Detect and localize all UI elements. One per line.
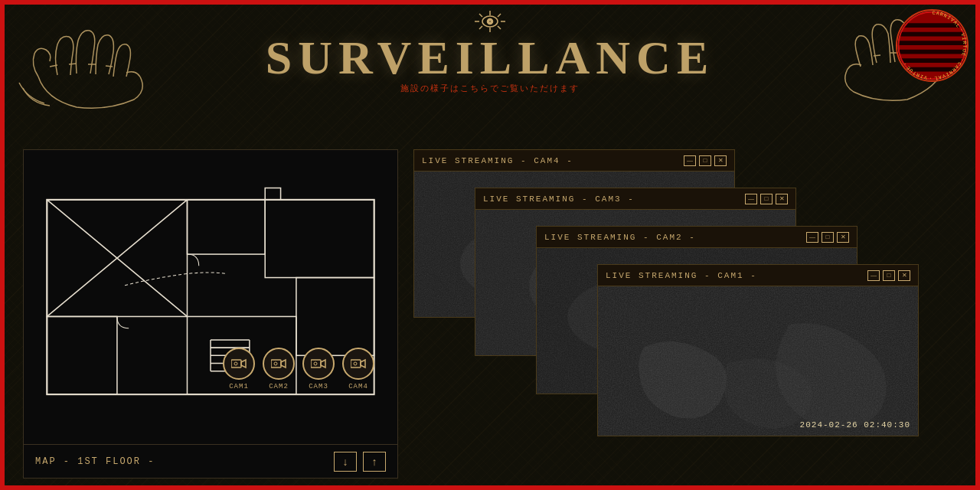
cam3-minimize[interactable]: —: [745, 194, 757, 204]
cam3-close[interactable]: ✕: [776, 194, 788, 204]
svg-rect-45: [231, 360, 241, 368]
svg-rect-51: [351, 360, 361, 368]
svg-line-22: [479, 26, 482, 29]
cam4-label: CAM4: [348, 383, 368, 390]
map-nav-up[interactable]: ↑: [363, 452, 386, 472]
main-content: CAM1 CAM2: [23, 149, 957, 479]
page-subtitle: 施設の様子はこちらでご覧いただけます: [400, 83, 580, 94]
map-panel: CAM1 CAM2: [23, 149, 398, 479]
cam4-maximize[interactable]: □: [699, 155, 711, 166]
cam2-minimize[interactable]: —: [806, 232, 818, 243]
cam1-controls: — □ ✕: [867, 270, 910, 281]
svg-rect-47: [271, 360, 281, 368]
cam4-minimize[interactable]: —: [684, 155, 696, 166]
svg-line-20: [498, 26, 501, 29]
map-content: CAM1 CAM2: [24, 150, 397, 444]
cam1-minimize[interactable]: —: [867, 270, 880, 281]
map-nav-down[interactable]: ↓: [334, 452, 357, 472]
cam1-button[interactable]: CAM1: [223, 348, 255, 390]
svg-rect-49: [311, 360, 321, 368]
cam4-titlebar: LIVE STREAMING - CAM4 - — □ ✕: [414, 150, 734, 172]
floor-plan-svg: [31, 158, 390, 436]
cam2-title: LIVE STREAMING - CAM2 -: [544, 233, 696, 242]
cam3-titlebar: LIVE STREAMING - CAM3 - — □ ✕: [475, 188, 795, 210]
cam3-maximize[interactable]: □: [760, 194, 773, 204]
cam2-button[interactable]: CAM2: [263, 348, 295, 390]
cam-buttons-group: CAM1 CAM2: [223, 348, 374, 390]
cam3-controls: — □ ✕: [745, 194, 788, 204]
cam4-close[interactable]: ✕: [714, 155, 727, 166]
cam1-title: LIVE STREAMING - CAM1 -: [606, 271, 757, 280]
svg-rect-65: [598, 286, 918, 436]
map-floor-label: MAP - 1ST FLOOR -: [35, 456, 155, 467]
cam4-controls: — □ ✕: [684, 155, 727, 166]
cam2-controls: — □ ✕: [806, 232, 849, 243]
cam2-close[interactable]: ✕: [837, 232, 849, 243]
svg-point-50: [314, 362, 317, 365]
cam1-maximize[interactable]: □: [883, 270, 895, 281]
cam4-title: LIVE STREAMING - CAM4 -: [422, 156, 573, 165]
header: SURVEILLANCE 施設の様子はこちらでご覧いただけます: [0, 9, 980, 94]
cam4-button[interactable]: CAM4: [342, 348, 374, 390]
cam1-close[interactable]: ✕: [898, 270, 910, 281]
cam3-button[interactable]: CAM3: [302, 348, 335, 390]
cam1-titlebar: LIVE STREAMING - CAM1 - — □ ✕: [598, 265, 918, 286]
map-footer: MAP - 1ST FLOOR - ↓ ↑: [24, 444, 397, 478]
svg-point-48: [274, 362, 277, 365]
cam4-icon: [342, 348, 374, 380]
cams-panel: LIVE STREAMING - CAM4 - — □ ✕: [413, 149, 957, 479]
cam2-label: CAM2: [269, 383, 289, 390]
cam1-window: LIVE STREAMING - CAM1 - — □ ✕: [597, 264, 919, 436]
svg-point-27: [489, 21, 492, 23]
cam2-titlebar: LIVE STREAMING - CAM2 - — □ ✕: [537, 227, 857, 248]
svg-line-18: [498, 14, 501, 17]
cam1-label: CAM1: [229, 383, 249, 390]
cam2-icon: [263, 348, 295, 380]
eye-icon: [472, 9, 508, 34]
cam1-icon: [223, 348, 255, 380]
cam3-icon: [302, 348, 335, 380]
svg-point-46: [234, 362, 237, 365]
map-nav-buttons: ↓ ↑: [334, 452, 386, 472]
page-title: SURVEILLANCE: [266, 34, 715, 81]
svg-point-52: [354, 362, 357, 365]
svg-line-24: [479, 14, 482, 17]
cam2-maximize[interactable]: □: [822, 232, 834, 243]
badge-circle: CARNIVAL・VIRTUE・CARNIVAL・VIRTUE・: [896, 9, 969, 82]
cam1-feed: 2024-02-26 02:40:30: [598, 286, 918, 436]
cam3-label: CAM3: [309, 383, 328, 390]
cam1-timestamp: 2024-02-26 02:40:30: [800, 420, 910, 430]
cam3-title: LIVE STREAMING - CAM3 -: [483, 194, 635, 204]
